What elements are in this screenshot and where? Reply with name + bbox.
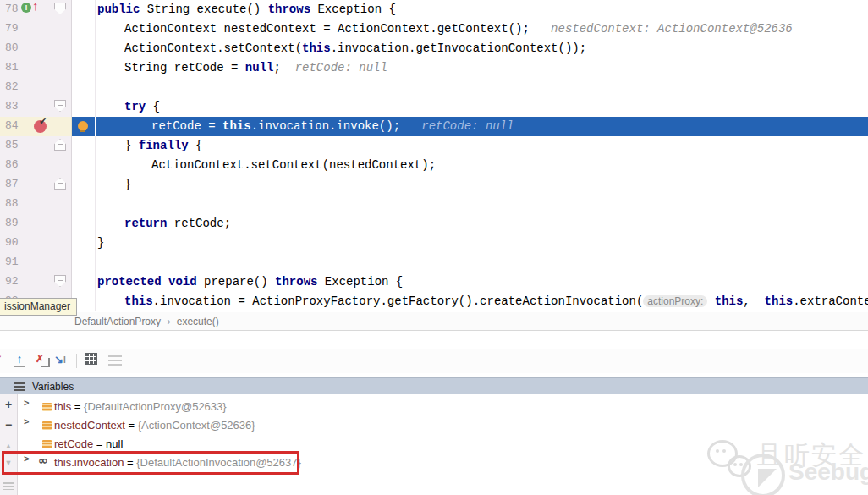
code-segment: { — [189, 139, 203, 152]
fold-marker-icon[interactable] — [54, 275, 66, 287]
code-line-82[interactable]: 82 — [0, 78, 868, 97]
intention-bulb-icon[interactable] — [78, 121, 88, 131]
gutter[interactable]: 88 — [0, 195, 72, 214]
code-line-86[interactable]: 86ActionContext.setContext(nestedContext… — [0, 156, 868, 175]
line-number: 86 — [5, 158, 19, 171]
code-segment: ActionContext.setContext(nestedContext); — [151, 158, 436, 172]
line-number: 87 — [5, 178, 19, 190]
gutter[interactable]: 82 — [0, 78, 72, 97]
code-line-88[interactable]: 88 — [0, 195, 868, 214]
variable-value: null — [106, 437, 123, 450]
code-segment — [707, 294, 714, 308]
code-text[interactable]: String retCode = null; retCode: null — [72, 58, 868, 78]
inline-debug-hint: retCode: null — [421, 119, 514, 133]
field-icon — [42, 440, 52, 448]
remove-watch-button[interactable]: − — [0, 418, 17, 432]
debug-step-toolbar: ✓ ↑ ✗ ↘I — [0, 349, 868, 373]
code-line-85[interactable]: 85} finally { — [0, 136, 868, 156]
code-editor[interactable]: 78I↑public String execute() throws Excep… — [0, 0, 868, 312]
code-line-83[interactable]: 83try { — [0, 97, 868, 117]
code-text[interactable] — [72, 195, 868, 214]
breakpoint-icon[interactable] — [34, 120, 47, 133]
inline-debug-hint: nestedContext: ActionContext@52636 — [551, 22, 793, 36]
variable-name: retCode — [54, 437, 93, 450]
code-line-87[interactable]: 87} — [0, 175, 868, 195]
toolbar-separator — [76, 354, 77, 368]
code-text[interactable]: } — [72, 234, 868, 253]
line-number: 85 — [5, 139, 19, 151]
field-icon — [42, 403, 52, 411]
gutter[interactable]: 91 — [0, 253, 72, 272]
fold-marker-icon[interactable] — [54, 178, 66, 190]
expand-chevron-icon[interactable]: > — [24, 416, 29, 426]
code-line-92[interactable]: 92protected void prepare() throws Except… — [0, 272, 868, 292]
code-text[interactable]: this.invocation = ActionProxyFactory.get… — [72, 292, 868, 311]
run-to-cursor-icon[interactable]: ↘I — [54, 353, 69, 368]
step-out-icon[interactable]: ↑ — [14, 353, 25, 367]
code-segment: .invocation = ActionProxyFactory.getFact… — [153, 294, 644, 308]
variable-value: {ActionContext@52636} — [138, 419, 255, 432]
variable-row-nestedContext[interactable]: >nestedContext = {ActionContext@52636} — [19, 416, 868, 435]
code-line-89[interactable]: 89return retCode; — [0, 214, 868, 234]
code-text[interactable]: public String execute() throws Exception… — [72, 0, 868, 19]
code-line-84[interactable]: 84retCode = this.invocation.invoke(); re… — [0, 117, 868, 136]
fold-marker-icon[interactable] — [54, 3, 66, 14]
move-up-button[interactable]: ▲ — [0, 442, 17, 450]
gutter[interactable]: 81 — [0, 58, 72, 78]
code-text[interactable]: ActionContext.setContext(nestedContext); — [72, 156, 868, 175]
code-line-90[interactable]: 90} — [0, 234, 868, 253]
code-line-81[interactable]: 81String retCode = null; retCode: null — [0, 58, 868, 78]
code-segment: null — [245, 61, 274, 74]
line-number: 88 — [5, 197, 19, 210]
gutter[interactable]: 84 — [0, 117, 72, 136]
variables-title: Variables — [32, 381, 74, 393]
line-number: 83 — [5, 100, 19, 113]
code-line-78[interactable]: 78I↑public String execute() throws Excep… — [0, 0, 868, 19]
code-text[interactable]: protected void prepare() throws Exceptio… — [72, 272, 868, 292]
code-text[interactable] — [72, 253, 868, 272]
breadcrumb-class[interactable]: DefaultActionProxy — [74, 316, 161, 327]
code-text[interactable]: retCode = this.invocation.invoke(); retC… — [72, 117, 868, 136]
gutter[interactable]: 79 — [0, 19, 72, 39]
gutter[interactable]: 83 — [0, 97, 72, 117]
code-text[interactable]: } finally { — [72, 136, 868, 156]
restore-layout-icon[interactable] — [3, 482, 14, 490]
code-segment: ActionContext nestedContext = ActionCont… — [124, 22, 551, 36]
code-line-79[interactable]: 79ActionContext nestedContext = ActionCo… — [0, 19, 868, 39]
override-method-icon[interactable]: I — [21, 3, 31, 13]
cropped-step-icon[interactable]: ✓ — [0, 353, 8, 368]
code-line-93[interactable]: 93this.invocation = ActionProxyFactory.g… — [0, 292, 868, 311]
code-text[interactable]: ActionContext nestedContext = ActionCont… — [72, 19, 868, 39]
code-text[interactable] — [72, 78, 868, 97]
equals-sign: = — [71, 400, 84, 413]
field-icon — [42, 421, 52, 430]
code-segment: return — [124, 217, 167, 230]
gutter[interactable]: 85 — [0, 136, 72, 156]
view-breakpoints-icon[interactable] — [85, 353, 97, 365]
code-text[interactable]: ActionContext.setContext(this.invocation… — [72, 39, 868, 58]
variables-header: Variables — [0, 377, 868, 394]
code-segment: Exception { — [325, 275, 403, 289]
gutter[interactable]: 86 — [0, 156, 72, 175]
gutter[interactable]: 90 — [0, 234, 72, 253]
breadcrumb-separator-icon: › — [167, 316, 170, 327]
variable-row-this[interactable]: >this = {DefaultActionProxy@52633} — [19, 398, 868, 416]
code-text[interactable]: try { — [72, 97, 868, 117]
code-text[interactable]: } — [72, 175, 868, 195]
code-text[interactable]: return retCode; — [72, 214, 868, 234]
gutter[interactable]: 89 — [0, 214, 72, 234]
fold-marker-icon[interactable] — [54, 139, 66, 151]
breadcrumb-method[interactable]: execute() — [177, 316, 219, 327]
code-line-80[interactable]: 80ActionContext.setContext(this.invocati… — [0, 39, 868, 58]
code-line-91[interactable]: 91 — [0, 253, 868, 272]
navigate-super-icon[interactable]: ↑ — [32, 0, 39, 13]
drop-frame-icon[interactable]: ✗ — [36, 353, 51, 368]
expand-chevron-icon[interactable]: > — [24, 398, 29, 408]
add-watch-button[interactable]: + — [0, 398, 17, 411]
gutter[interactable]: 92 — [0, 272, 72, 292]
menu-icon[interactable] — [14, 382, 25, 391]
gutter[interactable]: 78I↑ — [0, 0, 72, 19]
gutter[interactable]: 80 — [0, 39, 72, 58]
fold-marker-icon[interactable] — [54, 100, 66, 112]
gutter[interactable]: 87 — [0, 175, 72, 195]
